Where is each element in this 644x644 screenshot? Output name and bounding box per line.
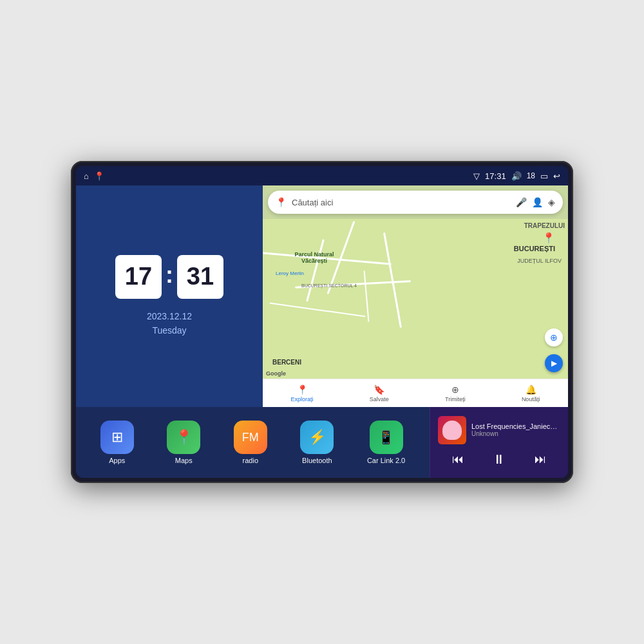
saved-icon: 🔖 (374, 384, 384, 395)
maps-label: Maps (175, 457, 193, 464)
map-nav-saved-label: Salvate (370, 396, 389, 402)
carlink-icon: 📱 (378, 430, 394, 445)
app-icons-area: ⊞ Apps 📍 Maps FM radio (76, 407, 430, 478)
music-next-button[interactable]: ⏭ (529, 450, 551, 469)
album-face (442, 421, 462, 440)
clock-colon: : (166, 263, 173, 287)
bluetooth-icon: ⚡ (308, 429, 326, 446)
music-play-pause-button[interactable]: ⏸ (488, 450, 511, 469)
music-player: Lost Frequencies_Janieck Devy-... Unknow… (430, 407, 568, 478)
top-section: 17 : 31 2023.12.12 Tuesday 📍 Căutați aic… (76, 185, 568, 407)
bottom-section: ⊞ Apps 📍 Maps FM radio (76, 407, 568, 478)
map-nav-saved[interactable]: 🔖 Salvate (370, 384, 389, 402)
volume-icon[interactable]: 🔊 (511, 171, 522, 181)
clock-date: 2023.12.12 Tuesday (147, 309, 192, 338)
microphone-icon[interactable]: 🎤 (516, 197, 527, 207)
status-bar-right: ▽ 17:31 🔊 18 ▭ ↩ (473, 171, 560, 181)
map-green-area-2 (263, 264, 301, 296)
map-label-berceni: BERCENI (272, 359, 301, 366)
apps-icon: ⊞ (111, 429, 123, 446)
map-label-sector: BUCUREȘTI SECTORUL 4 (301, 283, 357, 288)
radio-icon-bg: FM (234, 421, 267, 454)
app-icon-apps[interactable]: ⊞ Apps (100, 421, 134, 464)
app-icon-carlink[interactable]: 📱 Car Link 2.0 (367, 421, 405, 464)
back-icon[interactable]: ↩ (553, 171, 560, 181)
map-label-trapezului: TRAPEZULUI (524, 222, 565, 229)
map-compass-button[interactable]: ⊕ (545, 328, 563, 346)
music-controls: ⏮ ⏸ ⏭ (438, 450, 560, 469)
music-artist: Unknown (471, 430, 560, 437)
map-pin-icon: 📍 (276, 197, 287, 207)
map-nav-share[interactable]: ⊕ Trimiteți (445, 384, 466, 402)
apps-label: Apps (109, 457, 125, 464)
carlink-label: Car Link 2.0 (367, 457, 405, 464)
map-location-pin: 📍 (542, 232, 555, 244)
clock-panel: 17 : 31 2023.12.12 Tuesday (76, 185, 263, 407)
music-title: Lost Frequencies_Janieck Devy-... (471, 422, 560, 430)
map-panel[interactable]: 📍 Căutați aici 🎤 👤 ◈ (263, 185, 568, 407)
map-label-ilfov: JUDEȚUL ILFOV (517, 258, 562, 264)
map-label-bucuresti: BUCUREȘTI (514, 245, 555, 252)
album-art-inner (438, 416, 466, 444)
map-nav-news-label: Noutăți (522, 396, 540, 402)
apps-icon-bg: ⊞ (100, 421, 134, 454)
user-circle-icon[interactable]: 👤 (532, 197, 543, 207)
news-icon: 🔔 (526, 384, 536, 395)
map-label-leroy: Leroy Merlin (276, 270, 304, 276)
map-road-7 (364, 270, 370, 322)
map-nav-share-label: Trimiteți (445, 396, 466, 402)
status-bar-left: ⌂ 📍 (84, 171, 104, 181)
map-bottom-nav: 📍 Explorați 🔖 Salvate ⊕ Trimiteți 🔔 (263, 379, 568, 407)
explore-icon: 📍 (297, 384, 308, 395)
gps-icon: ▽ (473, 171, 480, 181)
google-logo: Google (266, 370, 286, 377)
map-navigate-button[interactable]: ▶ (545, 354, 563, 372)
map-label-park: Parcul Natural Văcărești (289, 251, 340, 264)
app-icon-bluetooth[interactable]: ⚡ Bluetooth (300, 421, 334, 464)
bluetooth-label: Bluetooth (302, 457, 332, 464)
car-display-device: ⌂ 📍 ▽ 17:31 🔊 18 ▭ ↩ 17 : (71, 161, 573, 483)
device-screen: ⌂ 📍 ▽ 17:31 🔊 18 ▭ ↩ 17 : (76, 166, 568, 478)
clock-hours: 17 (115, 255, 162, 299)
battery-icon: ▭ (540, 171, 548, 181)
status-time: 17:31 (485, 171, 506, 181)
carlink-icon-bg: 📱 (370, 421, 403, 454)
music-info: Lost Frequencies_Janieck Devy-... Unknow… (471, 422, 560, 437)
clock-minutes: 31 (177, 255, 223, 299)
music-top: Lost Frequencies_Janieck Devy-... Unknow… (438, 416, 560, 444)
app-icon-radio[interactable]: FM radio (234, 421, 267, 464)
radio-label: radio (243, 457, 258, 464)
map-nav-explore-label: Explorați (291, 396, 314, 402)
map-background: Parcul Natural Văcărești Leroy Merlin BU… (263, 219, 568, 379)
status-bar: ⌂ 📍 ▽ 17:31 🔊 18 ▭ ↩ (76, 166, 568, 185)
home-icon[interactable]: ⌂ (84, 171, 89, 181)
bluetooth-icon-bg: ⚡ (300, 421, 334, 454)
music-album-art (438, 416, 466, 444)
main-content: 17 : 31 2023.12.12 Tuesday 📍 Căutați aic… (76, 185, 568, 478)
battery-level: 18 (527, 171, 535, 180)
map-search-placeholder[interactable]: Căutați aici (292, 198, 511, 207)
maps-pin-icon[interactable]: 📍 (94, 171, 104, 181)
layers-icon[interactable]: ◈ (548, 197, 555, 207)
app-icon-maps[interactable]: 📍 Maps (167, 421, 200, 464)
map-search-actions: 🎤 👤 ◈ (516, 197, 555, 207)
music-prev-button[interactable]: ⏮ (447, 450, 469, 469)
clock-display: 17 : 31 (115, 255, 223, 299)
map-nav-news[interactable]: 🔔 Noutăți (522, 384, 540, 402)
maps-icon-bg: 📍 (167, 421, 200, 454)
map-search-bar[interactable]: 📍 Căutați aici 🎤 👤 ◈ (268, 191, 563, 214)
maps-icon: 📍 (175, 429, 193, 446)
map-road-2 (383, 232, 402, 328)
map-road-6 (270, 303, 366, 317)
map-nav-explore[interactable]: 📍 Explorați (291, 384, 314, 402)
radio-icon: FM (242, 431, 259, 444)
share-icon: ⊕ (451, 384, 459, 395)
